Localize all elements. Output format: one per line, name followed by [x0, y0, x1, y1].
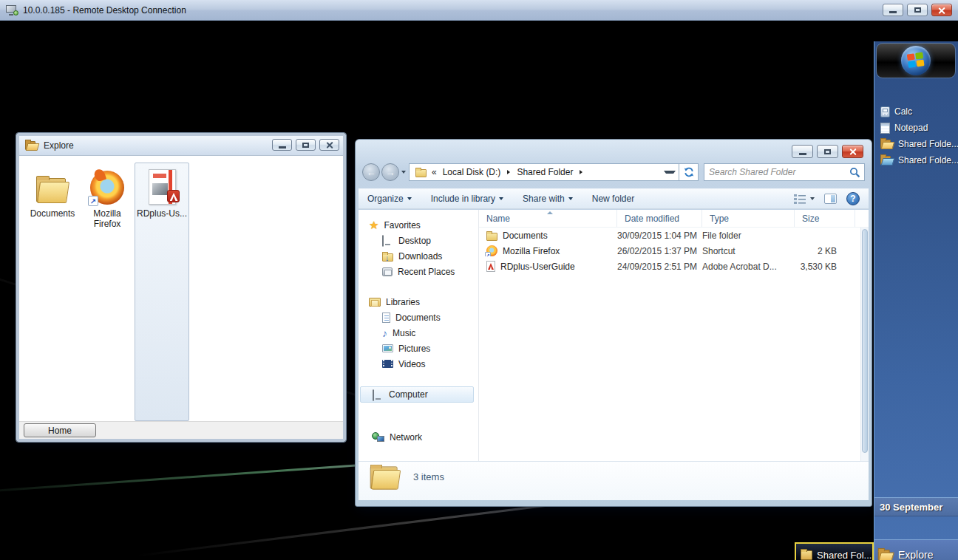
- explore-maximize-button[interactable]: [296, 139, 316, 151]
- launcher-item-shared-folder-2[interactable]: Shared Folde...: [874, 152, 958, 168]
- column-header-size[interactable]: Size: [795, 210, 855, 227]
- explore-window-title: Explore: [44, 140, 74, 151]
- preview-pane-button[interactable]: [824, 194, 837, 204]
- launcher-item-notepad[interactable]: Notepad: [874, 120, 958, 136]
- change-view-button[interactable]: [793, 194, 815, 204]
- file-row-mozilla-firefox[interactable]: ↗Mozilla Firefox 26/02/2015 1:37 PM Shor…: [479, 243, 869, 259]
- explorer-minimize-button[interactable]: [792, 145, 813, 158]
- nav-recent-places[interactable]: Recent Places: [359, 264, 478, 279]
- pdf-document-icon: [149, 169, 176, 205]
- date-display: 30 September: [874, 497, 958, 516]
- breadcrumb-chevron-icon[interactable]: [507, 170, 510, 174]
- organize-menu[interactable]: Organize: [367, 194, 412, 204]
- nav-downloads[interactable]: ↓ Downloads: [359, 248, 478, 264]
- breadcrumb-item-shared-folder[interactable]: Shared Folder: [513, 167, 577, 177]
- back-button[interactable]: ←: [362, 163, 380, 181]
- rdp-close-button[interactable]: [931, 4, 952, 16]
- folder-open-icon: [25, 140, 38, 151]
- nav-libraries[interactable]: Libraries: [359, 294, 478, 310]
- sort-ascending-icon: [547, 211, 553, 214]
- new-folder-button[interactable]: New folder: [592, 194, 634, 204]
- nav-desktop[interactable]: Desktop: [359, 233, 478, 248]
- breadcrumb-item-local-disk[interactable]: Local Disk (D:): [439, 167, 505, 177]
- nav-music[interactable]: ♪ Music: [359, 325, 478, 341]
- star-icon: ★: [369, 219, 378, 231]
- file-list: Name Date modified Type Size Documents 3…: [479, 210, 869, 461]
- column-header-type[interactable]: Type: [702, 210, 795, 227]
- folder-open-icon: [880, 139, 894, 149]
- folder-icon: [36, 178, 69, 205]
- explore-close-button[interactable]: [319, 139, 339, 151]
- pdf-icon: [486, 261, 495, 272]
- remote-desktop[interactable]: Explore Documents ↗: [0, 21, 958, 560]
- libraries-icon: [369, 298, 381, 307]
- downloads-icon: ↓: [382, 253, 393, 262]
- views-icon: [793, 194, 806, 204]
- file-row-documents[interactable]: Documents 30/09/2015 1:04 PM File folder: [479, 228, 869, 243]
- rdp-maximize-button[interactable]: [907, 4, 928, 16]
- firefox-shortcut-icon: ↗: [486, 245, 497, 256]
- explore-window: Explore Documents ↗: [16, 133, 346, 442]
- breadcrumb[interactable]: « Local Disk (D:) Shared Folder: [409, 163, 679, 181]
- monitor-icon: [382, 236, 393, 245]
- history-dropdown[interactable]: [401, 171, 406, 174]
- share-with-menu[interactable]: Share with: [523, 194, 573, 204]
- sidebar-taskbar-explore[interactable]: Explore: [874, 539, 958, 560]
- desktop-icon-rdplus-userguide[interactable]: RDplus-Us...: [135, 163, 189, 421]
- launcher-item-shared-folder-1[interactable]: Shared Folde...: [874, 136, 958, 152]
- start-orb-container[interactable]: [876, 43, 956, 78]
- include-in-library-menu[interactable]: Include in library: [431, 194, 503, 204]
- pictures-icon: [382, 344, 393, 352]
- command-toolbar: Organize Include in library Share with N…: [359, 188, 869, 209]
- acrobat-badge-icon: [167, 190, 180, 202]
- search-icon[interactable]: [849, 167, 860, 178]
- folder-icon: [370, 466, 400, 491]
- rdp-titlebar[interactable]: 10.0.0.185 - Remote Desktop Connection: [0, 0, 958, 21]
- nav-documents[interactable]: Documents: [359, 310, 478, 325]
- nav-network[interactable]: Network: [359, 429, 478, 445]
- item-count: 3 items: [413, 471, 444, 482]
- nav-videos[interactable]: Videos: [359, 356, 478, 372]
- taskbar-item-shared-folder[interactable]: Shared Fol...: [795, 542, 874, 560]
- refresh-button[interactable]: [679, 163, 699, 181]
- launcher-app-list: Calc Notepad Shared Folde... Shared Fold…: [874, 103, 958, 168]
- help-button[interactable]: ?: [846, 192, 860, 205]
- breadcrumb-overflow[interactable]: «: [432, 167, 437, 177]
- address-dropdown-icon[interactable]: [664, 171, 676, 174]
- search-input[interactable]: [704, 167, 849, 177]
- nav-favorites[interactable]: ★ Favorites: [359, 217, 478, 233]
- breadcrumb-chevron-icon[interactable]: [580, 170, 582, 174]
- explore-minimize-button[interactable]: [272, 139, 292, 151]
- explorer-maximize-button[interactable]: [817, 145, 838, 158]
- desktop-icon-documents[interactable]: Documents: [25, 163, 80, 421]
- explore-titlebar[interactable]: Explore: [19, 136, 343, 156]
- notepad-icon: [880, 123, 890, 134]
- windows-start-orb-icon[interactable]: [901, 46, 931, 75]
- home-button[interactable]: Home: [24, 423, 96, 437]
- desktop-icon-mozilla-firefox[interactable]: ↗ Mozilla Firefox: [80, 163, 135, 421]
- column-header-name[interactable]: Name: [479, 210, 617, 227]
- videos-icon: [382, 360, 393, 368]
- nav-pictures[interactable]: Pictures: [359, 341, 478, 356]
- folder-icon: [486, 233, 497, 241]
- explorer-content: ★ Favorites Desktop ↓ Downloads Recent P…: [359, 210, 869, 461]
- icon-label: Documents: [30, 208, 75, 219]
- address-bar: ← → « Local Disk (D:) Shared Folder: [362, 163, 865, 182]
- scrollbar[interactable]: [860, 228, 869, 461]
- forward-button[interactable]: →: [381, 163, 399, 181]
- search-box[interactable]: [704, 163, 865, 181]
- icon-label: Mozilla Firefox: [82, 208, 132, 229]
- status-bar: 3 items: [359, 461, 869, 500]
- explorer-close-button[interactable]: [842, 145, 863, 158]
- nav-computer[interactable]: Computer: [360, 386, 474, 403]
- explore-footer: Home: [19, 421, 343, 439]
- launcher-item-calc[interactable]: Calc: [874, 103, 958, 120]
- column-header-date-modified[interactable]: Date modified: [617, 210, 702, 227]
- explorer-window: ← → « Local Disk (D:) Shared Folder: [355, 139, 872, 507]
- explore-window-body: Documents ↗ Mozilla Firefox: [19, 157, 343, 421]
- rdp-title: 10.0.0.185 - Remote Desktop Connection: [23, 5, 186, 16]
- folder-icon: [801, 550, 812, 560]
- file-row-rdplus-userguide[interactable]: RDplus-UserGuide 24/09/2015 2:51 PM Adob…: [479, 259, 869, 274]
- scrollbar-thumb[interactable]: [862, 229, 868, 453]
- rdp-minimize-button[interactable]: [883, 4, 903, 16]
